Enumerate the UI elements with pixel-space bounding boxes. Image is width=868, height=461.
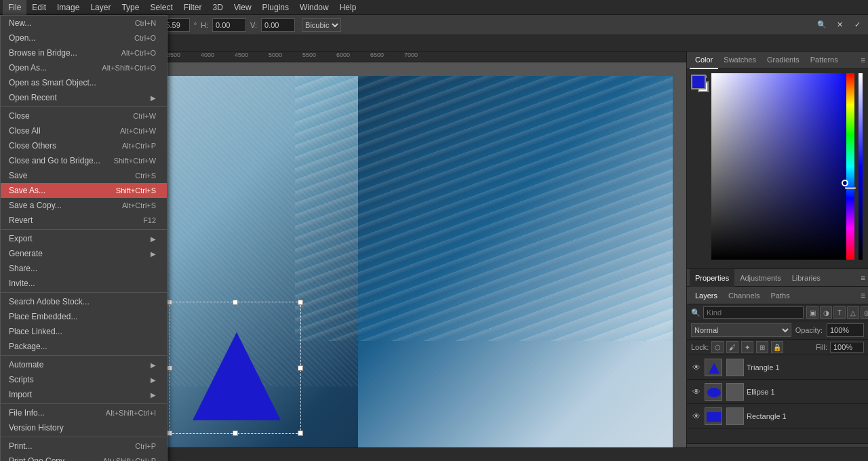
lock-transparent-icon[interactable]: ⬡ (711, 341, 724, 353)
color-tab[interactable]: Color (690, 52, 718, 69)
menu-scripts[interactable]: Scripts ▶ (1, 372, 167, 387)
hue-indicator (845, 187, 856, 189)
lock-artboard-icon[interactable]: ⊞ (756, 341, 768, 353)
gradients-tab[interactable]: Gradients (762, 52, 805, 69)
panel-menu-icon[interactable]: ≡ (861, 56, 865, 65)
layer-eye-toggle[interactable]: 👁 (691, 411, 702, 422)
menu-image[interactable]: Image (52, 0, 85, 15)
menu-file-info[interactable]: File Info... Alt+Shift+Ctrl+I (1, 405, 167, 420)
menu-place-embedded[interactable]: Place Embedded... (1, 309, 167, 324)
adjustments-tab[interactable]: Adjustments (734, 269, 787, 287)
patterns-tab[interactable]: Patterns (805, 52, 844, 69)
handle-bl (167, 430, 172, 436)
cancel-btn[interactable]: ✕ (833, 18, 846, 32)
layers-search: 🔍 ▣ ◑ T △ ◎ (687, 304, 868, 321)
layer-eye-toggle[interactable]: 👁 (691, 386, 702, 397)
menu-help[interactable]: Help (334, 0, 362, 15)
fg-bg-colors[interactable]: ⇄ (691, 75, 706, 89)
layer-row[interactable]: 👁 Rectangle 1 (687, 404, 868, 428)
channels-tab[interactable]: Channels (723, 287, 765, 304)
menu-import[interactable]: Import ▶ (1, 387, 167, 402)
menu-file[interactable]: File (3, 0, 26, 15)
menu-close-all[interactable]: Close All Alt+Ctrl+W (1, 123, 167, 138)
handle-tr (298, 300, 303, 305)
handle-tl (167, 300, 172, 305)
menu-type[interactable]: Type (116, 0, 144, 15)
menu-version-history[interactable]: Version History (1, 420, 167, 435)
layers-search-input[interactable] (703, 306, 804, 319)
layer-row[interactable]: 👁 Triangle 1 (687, 355, 868, 380)
sep-5 (1, 403, 167, 404)
blend-mode-select[interactable]: Normal (691, 323, 791, 337)
menu-place-linked[interactable]: Place Linked... (1, 324, 167, 339)
color-spectrum[interactable] (711, 73, 854, 260)
menu-edit[interactable]: Edit (26, 0, 52, 15)
menu-select[interactable]: Select (144, 0, 178, 15)
ruler-mark: 5500 (301, 52, 335, 62)
menu-save-copy[interactable]: Save a Copy... Alt+Ctrl+S (1, 198, 167, 213)
menu-package[interactable]: Package... (1, 339, 167, 354)
layer-row[interactable]: 👁 Ellipse 1 (687, 380, 868, 404)
menu-search-stock[interactable]: Search Adobe Stock... (1, 294, 167, 309)
filter-adjust-icon[interactable]: ◑ (820, 306, 832, 319)
hue-slider[interactable] (846, 73, 854, 260)
filter-type-icon[interactable]: T (833, 306, 846, 319)
opacity-slider[interactable] (859, 73, 863, 260)
foreground-color[interactable] (691, 75, 706, 89)
menu-close[interactable]: Close Ctrl+W (1, 108, 167, 123)
menu-browse-bridge[interactable]: Browse in Bridge... Alt+Ctrl+O (1, 45, 167, 60)
lock-position-icon[interactable]: ✦ (741, 341, 753, 353)
ruler-mark: 5000 (267, 52, 301, 62)
layers-menu-icon[interactable]: ≡ (861, 291, 865, 300)
fill-input[interactable] (830, 342, 864, 353)
confirm-btn[interactable]: ✓ (850, 18, 864, 32)
properties-menu-icon[interactable]: ≡ (861, 273, 865, 283)
lock-image-icon[interactable]: 🖌 (726, 341, 738, 353)
menu-plugins[interactable]: Plugins (257, 0, 294, 15)
layer-thumbnail (705, 383, 722, 401)
h-input[interactable] (212, 18, 246, 32)
search-btn[interactable]: 🔍 (815, 18, 829, 32)
menu-export[interactable]: Export ▶ (1, 231, 167, 246)
menu-open-as[interactable]: Open As... Alt+Shift+Ctrl+O (1, 60, 167, 75)
menu-save[interactable]: Save Ctrl+S (1, 168, 167, 183)
layer-eye-toggle[interactable]: 👁 (691, 362, 702, 373)
color-picker-area[interactable]: ⇄ (687, 69, 868, 266)
menu-invite[interactable]: Invite... (1, 276, 167, 291)
libraries-tab[interactable]: Libraries (787, 269, 826, 287)
menu-layer[interactable]: Layer (85, 0, 116, 15)
menu-new[interactable]: New... Ctrl+N (1, 16, 167, 31)
menu-print[interactable]: Print... Ctrl+P (1, 439, 167, 454)
menu-share[interactable]: Share... (1, 261, 167, 276)
menu-window[interactable]: Window (294, 0, 334, 15)
menu-revert[interactable]: Revert F12 (1, 213, 167, 228)
menu-3d[interactable]: 3D (207, 0, 228, 15)
layer-thumb-rect (707, 412, 722, 422)
v-label: V: (250, 21, 257, 29)
menu-open-recent[interactable]: Open Recent ▶ (1, 90, 167, 105)
menu-open-smart[interactable]: Open as Smart Object... (1, 75, 167, 90)
filter-smart-icon[interactable]: ◎ (861, 306, 868, 319)
opacity-input[interactable] (827, 323, 864, 337)
filter-pixel-icon[interactable]: ▣ (806, 306, 818, 319)
lock-all-icon[interactable]: 🔒 (771, 341, 783, 353)
layers-tab[interactable]: Layers (690, 287, 723, 304)
menu-revert-label: Revert (9, 216, 33, 225)
v-input[interactable] (261, 18, 295, 32)
swatches-tab[interactable]: Swatches (718, 52, 762, 69)
menu-print-one[interactable]: Print One Copy Alt+Shift+Ctrl+P (1, 454, 167, 461)
menu-close-others[interactable]: Close Others Alt+Ctrl+P (1, 138, 167, 153)
filter-shape-icon[interactable]: △ (847, 306, 859, 319)
menu-open[interactable]: Open... Ctrl+O (1, 31, 167, 45)
menu-close-bridge[interactable]: Close and Go to Bridge... Shift+Ctrl+W (1, 153, 167, 168)
menu-filter[interactable]: Filter (178, 0, 208, 15)
ruler-mark: 6500 (369, 52, 403, 62)
paths-tab[interactable]: Paths (766, 287, 795, 304)
color-panel: Color Swatches Gradients Patterns ≡ ⇄ (687, 52, 868, 269)
properties-tab[interactable]: Properties (690, 269, 734, 287)
menu-automate[interactable]: Automate ▶ (1, 357, 167, 372)
interpolation-select[interactable]: Bicubic (302, 18, 341, 32)
menu-view[interactable]: View (229, 0, 257, 15)
menu-save-as[interactable]: Save As... Shift+Ctrl+S (1, 183, 167, 198)
menu-generate[interactable]: Generate ▶ (1, 246, 167, 261)
